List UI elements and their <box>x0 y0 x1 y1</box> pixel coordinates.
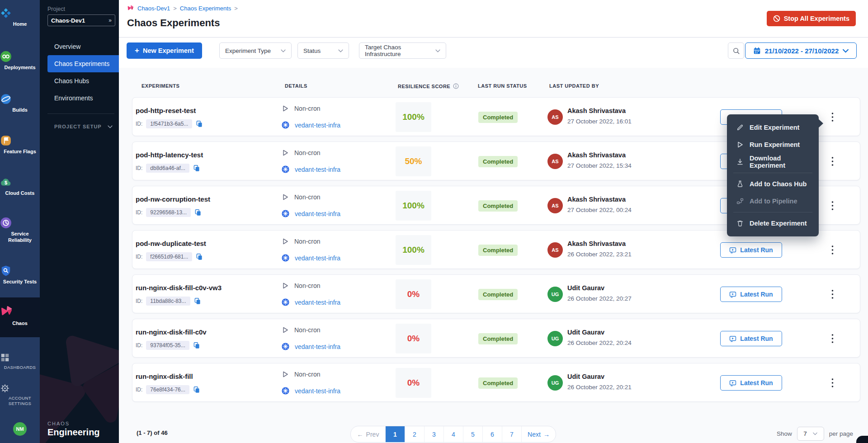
rail-item-dashboards[interactable]: DASHBOARDS <box>0 353 40 370</box>
copy-icon[interactable] <box>193 342 200 349</box>
page-button-6[interactable]: 6 <box>482 426 502 442</box>
page-button-5[interactable]: 5 <box>463 426 482 442</box>
experiment-row[interactable]: run-nginx-disk-fill-c0v-vw3 ID: 11bda88c… <box>132 274 860 313</box>
rail-item-chaos[interactable]: Chaos <box>0 297 40 337</box>
copy-icon[interactable] <box>196 253 203 260</box>
rail-item-builds[interactable]: Builds <box>0 93 40 113</box>
deployments-icon <box>0 51 40 62</box>
sidebar-item-chaos-hubs[interactable]: Chaos Hubs <box>40 72 119 90</box>
menu-item-add-to-pipeline[interactable]: Add to Pipeline <box>727 193 819 210</box>
infrastructure-link[interactable]: vedant-test-infra <box>295 166 340 173</box>
copy-icon[interactable] <box>194 209 201 216</box>
status-filter[interactable]: Status <box>297 42 349 59</box>
row-options-kebab[interactable] <box>827 199 838 212</box>
service-reliability-icon <box>0 217 40 229</box>
next-page-button[interactable]: Next → <box>521 426 556 442</box>
menu-item-edit-experiment[interactable]: Edit Experiment <box>727 119 819 136</box>
status-badge: Completed <box>478 112 518 123</box>
column-header-experiments: EXPERIMENTS <box>142 83 179 89</box>
rail-item-account-settings[interactable]: ACCOUNT SETTINGS <box>0 383 40 406</box>
latest-run-button[interactable]: Latest Run <box>720 375 782 391</box>
page-button-4[interactable]: 4 <box>443 426 463 442</box>
copy-icon[interactable] <box>194 297 201 305</box>
row-options-kebab[interactable] <box>827 287 838 301</box>
latest-run-button[interactable]: Latest Run <box>720 242 782 258</box>
row-options-kebab[interactable] <box>827 243 838 257</box>
rail-item-feature-flags[interactable]: Feature Flags <box>0 135 40 155</box>
row-options-kebab[interactable] <box>827 332 838 345</box>
row-options-kebab[interactable] <box>827 110 838 124</box>
play-outline-icon <box>282 149 289 156</box>
divider <box>47 113 114 114</box>
play-icon <box>736 141 744 148</box>
menu-item-download-experiment[interactable]: Download Experiment <box>727 153 819 170</box>
page-button-2[interactable]: 2 <box>405 426 424 442</box>
updated-by-date: 27 October 2022, 00:24 <box>567 207 632 213</box>
latest-run-button[interactable]: Latest Run <box>720 287 782 302</box>
copy-icon[interactable] <box>193 165 200 172</box>
menu-item-delete-experiment[interactable]: Delete Experiment <box>727 215 819 232</box>
page-button-7[interactable]: 7 <box>502 426 521 442</box>
infrastructure-link[interactable]: vedant-test-infra <box>295 122 340 129</box>
experiment-id: ID: 92296568-13... <box>136 208 201 217</box>
chaos-breadcrumb-icon <box>127 5 134 12</box>
menu-item-run-experiment[interactable]: Run Experiment <box>727 136 819 153</box>
status-badge: Completed <box>478 377 518 389</box>
infrastructure-link[interactable]: vedant-test-infra <box>295 387 340 395</box>
run-report-icon <box>729 291 736 298</box>
sidebar-item-environments[interactable]: Environments <box>40 90 119 107</box>
infrastructure-link[interactable]: vedant-test-infra <box>295 343 340 350</box>
prev-page-button[interactable]: ← Prev <box>351 426 385 442</box>
search-button[interactable] <box>728 42 744 59</box>
play-outline-icon <box>282 238 289 245</box>
copy-icon[interactable] <box>193 386 200 393</box>
user-avatar[interactable]: NM <box>13 422 27 436</box>
page-button-3[interactable]: 3 <box>424 426 443 442</box>
chevron-down-icon <box>108 125 113 128</box>
rail-item-service-reliability[interactable]: Service Reliability <box>0 217 40 244</box>
target-infrastructure-filter[interactable]: Target Chaos Infrastructure <box>359 42 446 59</box>
project-setup-toggle[interactable]: PROJECT SETUP <box>54 121 113 132</box>
experiment-name: pod-nw-duplicate-test <box>136 240 206 247</box>
pagination-summary: (1 - 7) of 46 <box>137 429 168 436</box>
copy-icon[interactable] <box>196 120 203 127</box>
page-header: Chaos-Dev1 > Chaos Experiments > Chaos E… <box>119 0 868 38</box>
rail-item-security-tests[interactable]: Security Tests <box>0 265 40 285</box>
project-selector[interactable]: Chaos-Dev1 » <box>47 14 115 26</box>
date-range-picker[interactable]: 21/10/2022 - 27/10/2022 <box>745 42 857 59</box>
experiment-id: ID: 1f5471b3-6a5... <box>136 119 203 128</box>
sidebar-item-chaos-experiments[interactable]: Chaos Experiments <box>47 55 119 72</box>
column-header-last-run-status: LAST RUN STATUS <box>478 83 527 89</box>
column-header-details: DETAILS <box>285 83 307 89</box>
infrastructure-link[interactable]: vedant-test-infra <box>295 210 340 217</box>
experiment-id: ID: 76e8f434-76... <box>136 385 200 394</box>
avatar: UG <box>547 331 563 346</box>
row-options-kebab[interactable] <box>827 376 838 390</box>
infrastructure-link[interactable]: vedant-test-infra <box>295 254 340 262</box>
expand-icon[interactable]: » <box>108 17 112 24</box>
resilience-score: 0% <box>396 279 431 309</box>
rail-item-cloud-costs[interactable]: $ Cloud Costs <box>0 176 40 197</box>
infrastructure-link[interactable]: vedant-test-infra <box>295 299 340 306</box>
experiment-row[interactable]: run-nginx-disk-fill-c0v ID: 93784f05-35.… <box>132 319 860 358</box>
page-size-select[interactable]: 7 <box>797 427 824 441</box>
menu-item-add-to-chaos-hub[interactable]: Add to Chaos Hub <box>727 175 819 193</box>
page-button-1[interactable]: 1 <box>385 426 405 442</box>
sidebar-item-overview[interactable]: Overview <box>40 38 119 55</box>
trash-icon <box>736 220 744 227</box>
latest-run-button[interactable]: Latest Run <box>720 331 782 346</box>
experiment-row[interactable]: run-nginx-disk-fill ID: 76e8f434-76... N… <box>132 363 860 402</box>
rail-item-deployments[interactable]: Deployments <box>0 51 40 71</box>
new-experiment-button[interactable]: + New Experiment <box>127 42 202 59</box>
breadcrumb-project-link[interactable]: Chaos-Dev1 <box>137 5 170 12</box>
stop-all-experiments-button[interactable]: Stop All Experiments <box>767 11 856 26</box>
rail-item-home[interactable]: Home <box>0 7 40 28</box>
play-outline-icon <box>282 282 289 289</box>
help-widget-corner[interactable] <box>856 436 868 443</box>
experiment-type-filter[interactable]: Experiment Type <box>219 42 292 59</box>
kubernetes-icon <box>282 387 289 395</box>
experiment-name: run-nginx-disk-fill <box>136 372 193 380</box>
row-options-kebab[interactable] <box>827 155 838 168</box>
breadcrumb-experiments-link[interactable]: Chaos Experiments <box>180 5 231 12</box>
info-icon[interactable] <box>453 83 459 89</box>
